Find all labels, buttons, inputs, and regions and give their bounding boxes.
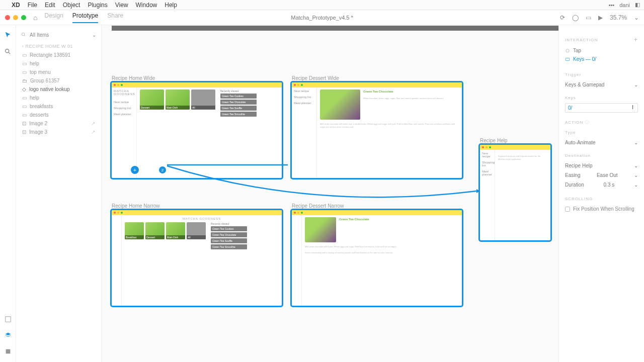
layer-label: logo native lookup [29,86,70,92]
menu-view[interactable]: View [115,2,128,9]
zoom-tool-icon[interactable] [5,48,12,56]
layers-search[interactable]: All Items ⌄ [19,30,98,40]
easing-select[interactable]: EasingEase Out⌄ [565,170,638,180]
canvas-ruler [112,26,558,31]
layer-type-icon: ▭ [22,95,27,101]
svg-rect-1 [5,317,11,322]
layer-item[interactable]: ⊡Image 2↗ [19,119,98,128]
menubar-icon[interactable]: ◧ [635,2,640,8]
recent-item: Green Tea Chocolate [220,100,257,105]
menubar-user[interactable]: dani [619,2,630,8]
user-icon[interactable]: ◯ [572,14,579,21]
layer-label: Rectangle 138591 [30,52,70,58]
checkbox-label: Fix Position When Scrolling [573,206,634,212]
recent-item: Green Tea Chocolate [211,232,247,237]
add-interaction-button[interactable]: + [634,36,638,43]
menu-help[interactable]: Help [165,2,177,9]
recent-item: Green Tea Smoothie [220,112,257,117]
trigger-select[interactable]: Keys & Gamepad⌄ [565,80,638,89]
recent-item: Green Tea Souffle [220,106,257,111]
mobile-preview-icon[interactable]: ▭ [586,14,591,21]
artboard-recipe-dessert-narrow[interactable]: Recipe Dessert Narrow Green Tea Chocolat… [292,203,462,306]
chevron-down-icon[interactable]: ⌄ [634,14,639,21]
layer-item[interactable]: ▭help [19,59,98,68]
tab-share[interactable]: Share [107,12,123,23]
trigger-label: Tap [573,48,581,53]
layers-icon[interactable] [5,332,12,340]
artboard-label[interactable]: Recipe Dessert Narrow [292,203,462,209]
layer-label: breakfasts [30,104,53,109]
sync-icon[interactable]: ⟳ [560,14,565,21]
nav-item: Shopping list [482,161,493,167]
search-icon [21,32,27,38]
layer-item[interactable]: ▭breakfasts [19,102,98,111]
brand-label: MATCHA GOODNESS [125,217,279,220]
recipe-title: Green Tea Chocolate [363,89,444,94]
select-value: Ease Out [597,172,618,178]
tile-caption: All [187,235,206,239]
layer-item[interactable]: ▭desserts [19,111,98,119]
field-label: Trigger [565,72,581,77]
layer-type-icon: ▭ [22,52,27,58]
tab-prototype[interactable]: Prototype [72,12,98,23]
svg-rect-2 [6,349,10,354]
keys-input[interactable]: 0/I [565,103,638,113]
artboard-recipe-help[interactable]: Recipe Help New recipe Shopping list Mea… [480,138,550,240]
layer-item[interactable]: 🗀Group 61357 [19,76,98,85]
artboard-recipe-home-narrow[interactable]: Recipe Home Narrow MATCHA GOODNESS Break… [112,203,282,306]
section-heading: SCROLLING [565,197,593,201]
trigger-row-keys[interactable]: Keys — 0/ [565,55,638,63]
chevron-down-icon[interactable]: ⌄ [92,32,96,38]
menu-edit[interactable]: Edit [45,2,55,9]
nav-item: New recipe [294,89,314,93]
destination-select[interactable]: Recipe Help⌄ [565,161,638,170]
play-icon[interactable]: ▶ [598,14,603,21]
select-tool-icon[interactable] [5,31,12,39]
action-type-select[interactable]: Auto-Animate⌄ [565,138,638,147]
nav-item: Meal planner [294,102,314,105]
libraries-icon[interactable] [5,316,12,324]
zoom-level[interactable]: 35.7% [610,14,627,21]
layer-item[interactable]: ▭help [19,94,98,102]
prototype-handle-plus[interactable]: + [131,166,139,174]
menu-object[interactable]: Object [63,2,80,9]
window-controls[interactable] [5,15,26,20]
layer-type-icon: ▭ [22,104,27,109]
nav-item: Meal planner [114,113,134,116]
plugins-icon[interactable] [5,348,12,356]
design-canvas[interactable]: Recipe Home Wide MATCHA GOODNESS New rec… [102,25,558,362]
artboard-label[interactable]: Recipe Home Wide [112,75,282,81]
svg-point-3 [22,33,25,36]
menubar-ellipsis[interactable]: ••• [609,2,615,8]
home-icon[interactable]: ⌂ [33,14,37,22]
trigger-row-tap[interactable]: Tap [565,46,638,55]
app-name[interactable]: XD [12,2,20,9]
artboard-label[interactable]: Recipe Home Narrow [112,203,282,209]
fix-position-checkbox[interactable]: Fix Position When Scrolling [565,204,638,214]
menu-file[interactable]: File [28,2,37,9]
select-value: Recipe Help [565,163,592,168]
interaction-panel: INTERACTION+ Tap Keys — 0/ Trigger Keys … [558,25,644,362]
artboard-recipe-home-wide[interactable]: Recipe Home Wide MATCHA GOODNESS New rec… [112,75,282,178]
recipe-title: Green Tea Chocolate [339,217,369,222]
duration-select[interactable]: Duration0.3 s⌄ [565,180,638,190]
trigger-label: Keys — 0/ [573,56,596,62]
menu-window[interactable]: Window [136,2,157,9]
hero-image [305,217,336,242]
artboard-label[interactable]: Recipe Help [480,138,550,143]
artboard-label[interactable]: Recipe Dessert Wide [292,75,462,81]
recent-item: Green Tea Cookies [211,226,247,231]
search-label: All Items [30,32,49,38]
layers-breadcrumb[interactable]: ‹ RECIPE HOME W 01 [19,40,98,51]
field-label: Easing [565,172,581,178]
menu-plugins[interactable]: Plugins [88,2,107,9]
interaction-count-badge[interactable]: 2 [159,166,166,173]
layer-type-icon: ⊡ [22,121,26,126]
layer-item[interactable]: ▭top menu [19,68,98,76]
artboard-recipe-dessert-wide[interactable]: Recipe Dessert Wide New recipe Shopping … [292,75,462,178]
layer-item[interactable]: ⊡Image 3↗ [19,128,98,136]
nav-item: New recipe [482,152,493,158]
layer-item[interactable]: ▭Rectangle 138591 [19,51,98,59]
layer-item[interactable]: ◇logo native lookup [19,85,98,94]
tab-design[interactable]: Design [44,12,63,23]
